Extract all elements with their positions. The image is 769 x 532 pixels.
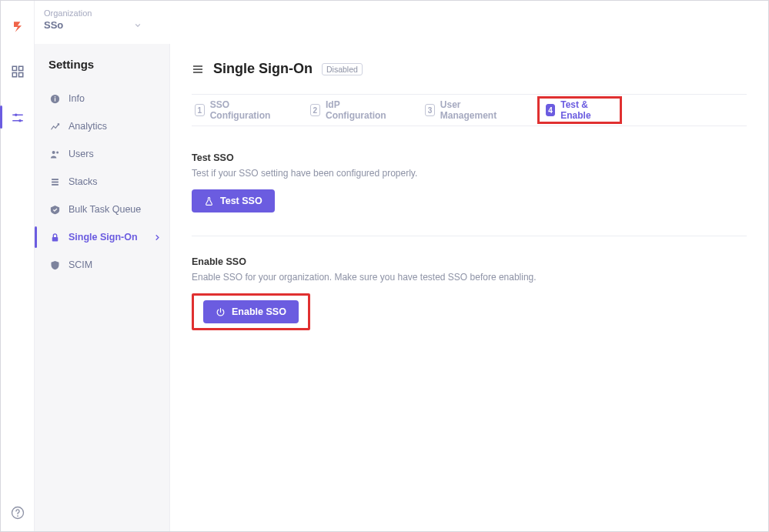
svg-rect-2: [12, 73, 16, 77]
step-label: User Management: [440, 99, 500, 121]
button-label: Enable SSO: [232, 306, 286, 317]
sidebar-item-label: Analytics: [69, 121, 107, 132]
sidebar-item-single-sign-on[interactable]: Single Sign-On: [47, 223, 169, 251]
svg-rect-17: [52, 184, 59, 186]
step-number: 2: [310, 104, 320, 116]
test-sso-title: Test SSO: [192, 152, 747, 163]
button-label: Test SSO: [220, 196, 262, 206]
step-number: 4: [546, 104, 555, 116]
svg-point-5: [14, 113, 17, 116]
enable-highlight-box: Enable SSO: [192, 293, 310, 330]
svg-rect-0: [12, 66, 16, 70]
power-icon: [216, 307, 226, 317]
sidebar-item-label: Users: [69, 149, 94, 159]
sidebar-item-label: Stacks: [69, 176, 98, 187]
steps-bar: 1 SSO Configuration 2 IdP Configuration …: [192, 94, 747, 126]
rail-help[interactable]: [10, 505, 25, 520]
info-icon: [48, 92, 61, 105]
svg-rect-3: [18, 73, 22, 77]
sidebar-item-label: SCIM: [69, 259, 92, 270]
sidebar-title: Settings: [47, 58, 169, 71]
svg-point-13: [52, 151, 55, 154]
org-select[interactable]: SSo: [42, 18, 143, 32]
enable-sso-section: Enable SSO Enable SSO for your organizat…: [192, 236, 747, 330]
sidebar-item-label: Bulk Task Queue: [69, 204, 141, 215]
chevron-down-icon: [134, 22, 142, 29]
sidebar-item-users[interactable]: Users: [47, 140, 169, 168]
svg-rect-18: [52, 236, 58, 241]
test-sso-button[interactable]: Test SSO: [192, 189, 275, 212]
step-number: 1: [195, 104, 205, 116]
sidebar-item-analytics[interactable]: Analytics: [47, 112, 169, 140]
step-highlight-box: 4 Test & Enable: [537, 96, 622, 124]
analytics-icon: [48, 120, 61, 132]
sidebar-item-scim[interactable]: SCIM: [47, 251, 169, 279]
menu-icon[interactable]: [192, 63, 204, 75]
status-badge: Disabled: [322, 63, 363, 75]
enable-sso-desc: Enable SSO for your organization. Make s…: [192, 272, 747, 283]
logo-icon: [10, 19, 25, 35]
sidebar-item-bulk-task-queue[interactable]: Bulk Task Queue: [47, 196, 169, 223]
body-row: Settings Info Analytics Users Stacks: [35, 44, 768, 531]
org-label: Organization: [44, 8, 143, 18]
test-sso-desc: Test if your SSO setting have been confi…: [192, 168, 747, 179]
step-test-and-enable[interactable]: 4 Test & Enable: [546, 99, 606, 122]
svg-point-14: [56, 151, 59, 153]
enable-sso-button[interactable]: Enable SSO: [203, 300, 299, 323]
sidebar-item-stacks[interactable]: Stacks: [47, 168, 169, 196]
step-number: 3: [425, 104, 435, 116]
flask-icon: [204, 196, 214, 206]
org-value: SSo: [44, 19, 63, 31]
rail-settings[interactable]: [8, 109, 27, 127]
stacks-icon: [48, 176, 61, 188]
page-header: Single Sign-On Disabled: [192, 61, 747, 77]
task-queue-icon: [48, 203, 61, 216]
step-label: IdP Configuration: [326, 99, 388, 121]
svg-rect-15: [52, 179, 59, 180]
sidebar-item-label: Info: [69, 93, 85, 104]
lock-icon: [48, 231, 61, 243]
sliders-icon: [11, 111, 25, 125]
page-title: Single Sign-On: [213, 61, 313, 77]
help-icon: [10, 505, 25, 520]
enable-sso-title: Enable SSO: [192, 256, 747, 267]
svg-point-12: [54, 95, 55, 97]
test-sso-section: Test SSO Test if your SSO setting have b…: [192, 126, 747, 212]
users-icon: [48, 148, 61, 160]
nav-rail: [1, 1, 35, 531]
rail-dashboard[interactable]: [8, 62, 27, 81]
svg-rect-11: [54, 98, 55, 101]
main-column: Organization SSo Settings Info: [35, 1, 768, 531]
svg-rect-1: [18, 66, 22, 70]
svg-point-7: [18, 119, 22, 122]
sidebar-item-label: Single Sign-On: [69, 232, 138, 243]
org-block: Organization SSo: [42, 8, 143, 32]
step-user-management[interactable]: 3 User Management: [425, 95, 500, 125]
step-label: Test & Enable: [560, 99, 606, 121]
settings-sidebar: Settings Info Analytics Users Stacks: [35, 44, 170, 531]
svg-point-9: [17, 515, 18, 517]
chevron-right-icon: [153, 233, 162, 242]
content: Single Sign-On Disabled 1 SSO Configurat…: [170, 44, 768, 531]
dashboard-icon: [11, 65, 25, 79]
sidebar-item-info[interactable]: Info: [47, 85, 169, 112]
topbar: Organization SSo: [35, 1, 768, 44]
step-sso-configuration[interactable]: 1 SSO Configuration: [195, 95, 273, 125]
svg-rect-16: [52, 181, 59, 182]
shield-icon: [48, 259, 61, 271]
app-frame: Organization SSo Settings Info: [0, 0, 769, 532]
step-idp-configuration[interactable]: 2 IdP Configuration: [310, 95, 389, 125]
step-label: SSO Configuration: [210, 99, 273, 121]
